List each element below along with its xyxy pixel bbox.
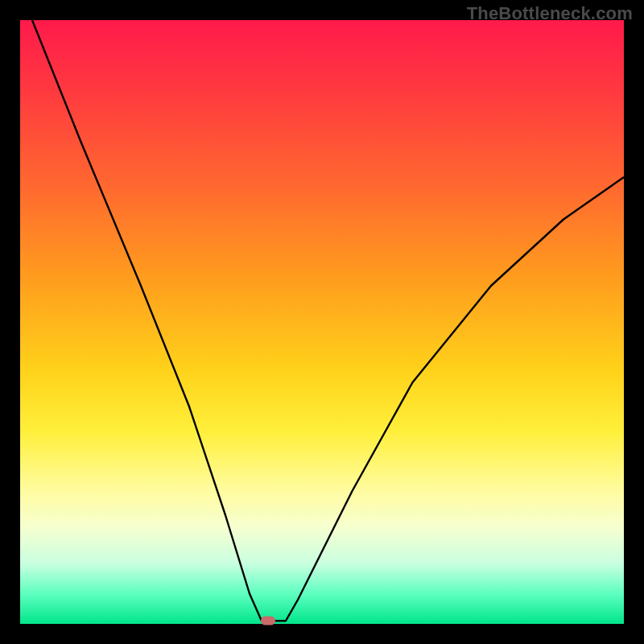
chart-plot-area <box>20 20 624 624</box>
chart-frame: TheBottleneck.com <box>0 0 644 644</box>
curve-path <box>32 20 624 621</box>
bottleneck-curve <box>20 20 624 624</box>
optimal-point-marker <box>261 617 275 625</box>
